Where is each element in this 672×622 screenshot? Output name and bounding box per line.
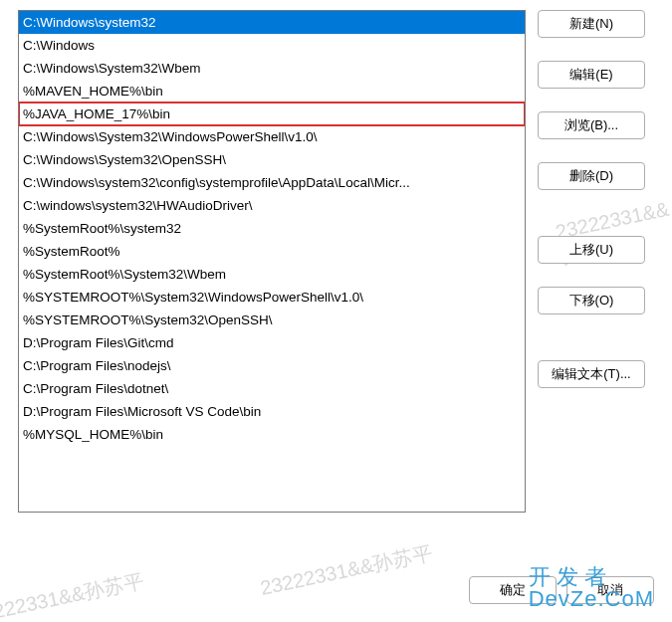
list-item[interactable]: %SYSTEMROOT%\System32\WindowsPowerShell\… bbox=[19, 286, 525, 309]
list-item[interactable]: %MYSQL_HOME%\bin bbox=[19, 423, 525, 446]
list-item[interactable]: C:\windows\system32\HWAudioDriver\ bbox=[19, 194, 525, 217]
list-item[interactable]: C:\Program Files\nodejs\ bbox=[19, 354, 525, 377]
list-item[interactable]: C:\Windows\System32\WindowsPowerShell\v1… bbox=[19, 125, 525, 148]
cancel-button[interactable]: 取消 bbox=[566, 576, 654, 604]
delete-button[interactable]: 删除(D) bbox=[538, 162, 645, 190]
list-item[interactable]: C:\Windows\System32\OpenSSH\ bbox=[19, 148, 525, 171]
new-button[interactable]: 新建(N) bbox=[538, 10, 645, 38]
action-button-column: 新建(N) 编辑(E) 浏览(B)... 删除(D) 上移(U) 下移(O) 编… bbox=[538, 10, 651, 513]
list-item[interactable]: %SystemRoot%\System32\Wbem bbox=[19, 263, 525, 286]
path-entries-listbox[interactable]: C:\Windows\system32C:\WindowsC:\Windows\… bbox=[18, 10, 526, 513]
env-var-edit-dialog: C:\Windows\system32C:\WindowsC:\Windows\… bbox=[0, 0, 672, 622]
list-item[interactable]: C:\Windows\System32\Wbem bbox=[19, 57, 525, 80]
list-item[interactable]: %SystemRoot% bbox=[19, 240, 525, 263]
edit-button[interactable]: 编辑(E) bbox=[538, 61, 645, 89]
list-item[interactable]: C:\Windows\system32\config\systemprofile… bbox=[19, 171, 525, 194]
browse-button[interactable]: 浏览(B)... bbox=[538, 111, 645, 139]
dialog-footer: 确定 取消 bbox=[469, 576, 654, 604]
list-item[interactable]: C:\Windows bbox=[19, 34, 525, 57]
list-item[interactable]: %SystemRoot%\system32 bbox=[19, 217, 525, 240]
move-up-button[interactable]: 上移(U) bbox=[538, 236, 645, 264]
list-item[interactable]: %JAVA_HOME_17%\bin bbox=[19, 103, 525, 125]
edit-text-button[interactable]: 编辑文本(T)... bbox=[538, 360, 645, 388]
move-down-button[interactable]: 下移(O) bbox=[538, 287, 645, 314]
list-item[interactable]: C:\Program Files\dotnet\ bbox=[19, 377, 525, 400]
list-item[interactable]: %MAVEN_HOME%\bin bbox=[19, 80, 525, 103]
ok-button[interactable]: 确定 bbox=[469, 576, 557, 604]
list-item[interactable]: D:\Program Files\Microsoft VS Code\bin bbox=[19, 400, 525, 423]
list-item[interactable]: %SYSTEMROOT%\System32\OpenSSH\ bbox=[19, 309, 525, 331]
list-item[interactable]: C:\Windows\system32 bbox=[19, 11, 525, 34]
list-item[interactable]: D:\Program Files\Git\cmd bbox=[19, 331, 525, 354]
